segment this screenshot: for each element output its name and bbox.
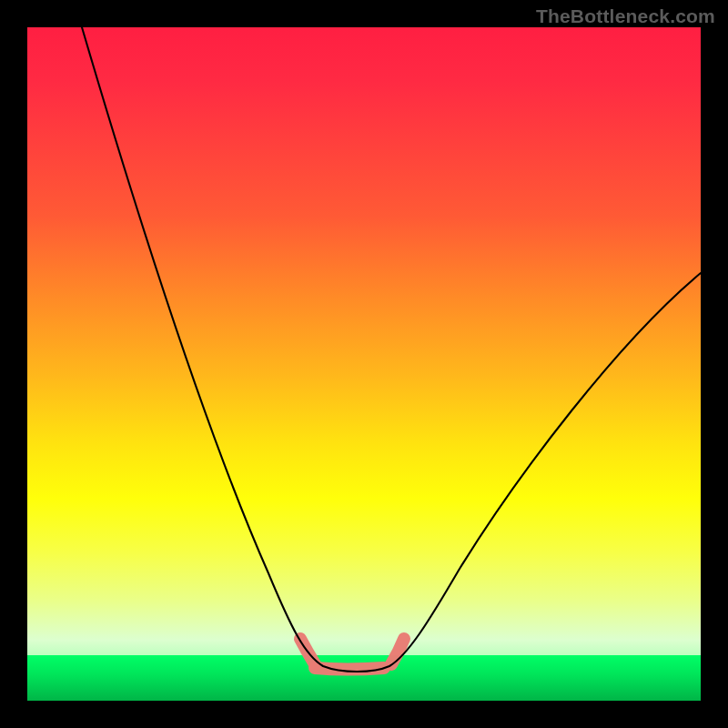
plot-area [27, 27, 701, 701]
optimum-highlight-mid [315, 668, 384, 670]
curve-layer [27, 27, 701, 701]
bottleneck-curve [82, 27, 701, 672]
watermark-text: TheBottleneck.com [536, 5, 715, 27]
chart-frame: TheBottleneck.com [0, 0, 728, 728]
